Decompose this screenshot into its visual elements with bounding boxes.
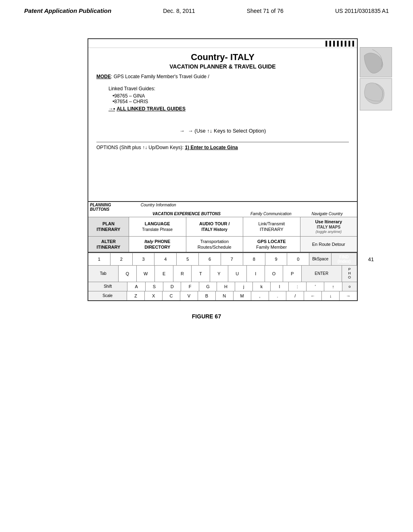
key-i[interactable]: I xyxy=(247,266,265,282)
options-action: 1) Enter to Locate Gina xyxy=(185,145,238,150)
btn-row-2: ALTERITINERARY Italy PHONEDIRECTORY Tran… xyxy=(88,236,357,252)
key-x[interactable]: X xyxy=(145,291,163,300)
key-u[interactable]: U xyxy=(228,266,246,282)
right-decoration xyxy=(360,47,394,110)
mode-line: MODE: GPS Locate Family Member's Travel … xyxy=(96,74,349,79)
key-shift[interactable]: Shift xyxy=(88,282,127,291)
buttons-panel: PLANNINGBUTTONS Country Information VACA… xyxy=(88,201,357,252)
key-quote[interactable]: ' xyxy=(307,282,324,291)
italy-phone-button[interactable]: Italy PHONEDIRECTORY xyxy=(129,237,186,252)
italy-phone-label: Italy PHONEDIRECTORY xyxy=(144,239,170,250)
key-o-right: o xyxy=(342,282,357,291)
key-p[interactable]: P xyxy=(283,266,301,282)
date-label: Dec. 8, 2011 xyxy=(163,8,195,14)
key-backspace[interactable]: BkSpace xyxy=(309,253,332,265)
alter-itinerary-button[interactable]: ALTERITINERARY xyxy=(88,237,129,252)
key-n[interactable]: N xyxy=(216,291,234,300)
key-f[interactable]: F xyxy=(181,282,199,291)
use-itinerary-section: Use Itinerary ITALY MAPS (toggle anytime… xyxy=(300,217,357,236)
key-j[interactable]: j xyxy=(235,282,253,291)
key-g[interactable]: G xyxy=(199,282,217,291)
linked-item-1: •98765 – GINA xyxy=(113,93,349,99)
screen-area: Country- ITALY VACATION PLANNER & TRAVEL… xyxy=(88,48,357,201)
use-itinerary-button[interactable]: Use Itinerary xyxy=(315,219,342,224)
key-v[interactable]: V xyxy=(180,291,198,300)
btn-row-1: PLANITINERARY LANGUAGETranslate Phrase A… xyxy=(88,217,357,236)
key-t[interactable]: T xyxy=(192,266,210,282)
key-scale[interactable]: Scale xyxy=(88,291,127,300)
key-1[interactable]: 1 xyxy=(88,253,111,265)
plan-itinerary-button[interactable]: PLANITINERARY xyxy=(88,217,129,236)
key-down[interactable]: ↓ xyxy=(322,291,340,300)
key-comma[interactable]: , xyxy=(251,291,269,300)
patent-label: US 2011/0301835 A1 xyxy=(335,8,389,14)
key-0[interactable]: 0 xyxy=(287,253,309,265)
key-m[interactable]: M xyxy=(234,291,251,300)
gps-locate-label: GPS LOCATEFamily Member xyxy=(256,239,287,250)
key-left-arrow[interactable]: ← xyxy=(304,291,322,300)
asdf-row: Shift A S D F G H j k l : ' ↑ o xyxy=(88,282,357,291)
key-h[interactable]: H xyxy=(217,282,235,291)
main-content: ▐▐▐▐▐▐▐▐ Country- ITALY VACATION PLANNER… xyxy=(0,38,413,301)
gps-locate-button[interactable]: GPS LOCATEFamily Member xyxy=(243,237,300,252)
transportation-button[interactable]: TransportationRoutes/Schedule xyxy=(186,237,243,252)
key-y[interactable]: Y xyxy=(210,266,228,282)
sheet-label: Sheet 71 of 76 xyxy=(247,8,284,14)
key-right-arrow[interactable]: → xyxy=(340,291,357,300)
linked-all: →• ALL LINKED TRAVEL GUIDES xyxy=(108,106,349,112)
key-e[interactable]: E xyxy=(155,266,173,282)
options-line: OPTIONS (Shift plus ↑↓ Up/Down Keys): 1)… xyxy=(96,142,349,150)
key-w[interactable]: W xyxy=(137,266,155,282)
device-wrapper: ▐▐▐▐▐▐▐▐ Country- ITALY VACATION PLANNER… xyxy=(88,38,358,301)
key-b[interactable]: B xyxy=(198,291,216,300)
key-z[interactable]: Z xyxy=(127,291,145,300)
key-7[interactable]: 7 xyxy=(221,253,243,265)
publication-label: Patent Application Publication xyxy=(24,7,111,14)
transportation-label: TransportationRoutes/Schedule xyxy=(198,239,232,250)
key-l[interactable]: l xyxy=(271,282,288,291)
battery-bars: ▐▐▐▐▐▐▐▐ xyxy=(324,41,355,46)
linked-item-2: •87654 – CHRIS xyxy=(113,99,349,104)
key-r[interactable]: R xyxy=(173,266,192,282)
key-o[interactable]: O xyxy=(265,266,283,282)
language-button[interactable]: LANGUAGETranslate Phrase xyxy=(129,217,186,236)
device-top-bar: ▐▐▐▐▐▐▐▐ xyxy=(88,39,357,48)
find-index-button[interactable]: FIND (Index) xyxy=(332,253,357,265)
key-up[interactable]: ↑ xyxy=(324,282,342,291)
family-comm-header: Family Communication xyxy=(243,212,299,216)
link-transmit-button[interactable]: Link/TransmitITINERARY xyxy=(243,217,300,236)
vacation-title: VACATION PLANNER & TRAVEL GUIDE xyxy=(96,63,349,70)
key-3[interactable]: 3 xyxy=(133,253,155,265)
key-tab[interactable]: Tab xyxy=(88,266,119,282)
mode-label: MODE xyxy=(96,74,111,79)
navigate-country-header: Navigate Country xyxy=(299,212,356,216)
key-s[interactable]: S xyxy=(146,282,163,291)
key-d[interactable]: D xyxy=(163,282,181,291)
buttons-header-row: PLANNINGBUTTONS Country Information VACA… xyxy=(88,202,357,217)
battery-icon: ▐▐▐▐▐▐▐▐ xyxy=(324,41,355,46)
toggle-anytime-label: (toggle anytime) xyxy=(315,230,342,235)
en-route-button[interactable]: En Route Detour xyxy=(300,237,357,252)
plan-itinerary-label: PLANITINERARY xyxy=(97,221,121,233)
audio-tour-button[interactable]: AUDIO TOUR /ITALY History xyxy=(186,217,243,236)
key-c[interactable]: C xyxy=(163,291,180,300)
key-q[interactable]: Q xyxy=(119,266,137,282)
key-4[interactable]: 4 xyxy=(154,253,177,265)
number-row: 1 2 3 4 5 6 7 8 9 0 BkSpace FIND (Index)… xyxy=(88,253,357,265)
key-k[interactable]: k xyxy=(253,282,271,291)
key-8[interactable]: 8 xyxy=(243,253,265,265)
key-period[interactable]: . xyxy=(269,291,287,300)
key-colon[interactable]: : xyxy=(289,282,307,291)
key-a[interactable]: A xyxy=(127,282,145,291)
language-label: LANGUAGETranslate Phrase xyxy=(142,221,173,233)
page-header: Patent Application Publication Dec. 8, 2… xyxy=(0,0,413,14)
linked-section: Linked Travel Guides: •98765 – GINA •876… xyxy=(108,86,349,112)
map-image-lower xyxy=(360,78,392,110)
zxcv-row: Scale Z X C V B N M , . / ← ↓ → xyxy=(88,291,357,300)
key-6[interactable]: 6 xyxy=(199,253,221,265)
key-5[interactable]: 5 xyxy=(177,253,199,265)
key-2[interactable]: 2 xyxy=(111,253,133,265)
key-enter[interactable]: ENTER xyxy=(302,266,342,282)
key-9[interactable]: 9 xyxy=(265,253,288,265)
key-slash[interactable]: / xyxy=(286,291,304,300)
